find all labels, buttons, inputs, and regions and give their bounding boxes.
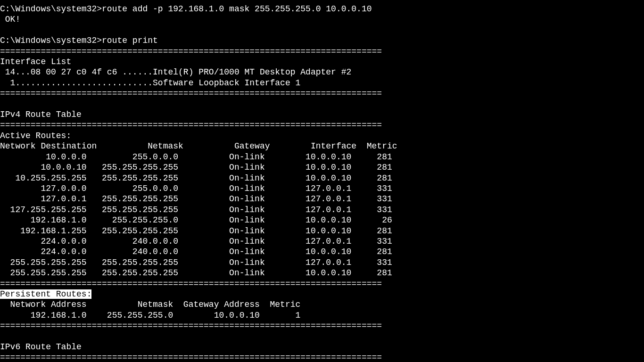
terminal-output: C:\Windows\system32>route add -p 192.168…: [0, 4, 644, 362]
